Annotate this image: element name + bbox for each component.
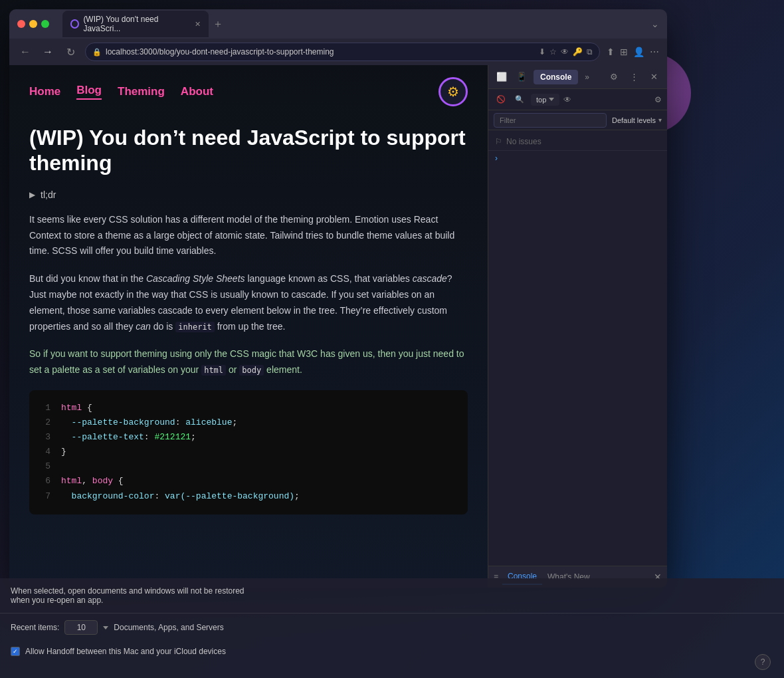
article-content: (WIP) You don’t need JavaScript to suppo… [9,118,488,541]
password-icon[interactable]: 🔑 [573,47,583,56]
devtools-panel: ⬜ 📱 Console » ⚙ ⋮ ✕ 🚫 🔍 top 👁 ⚙ [488,65,667,588]
dt-sub-gear-icon[interactable]: ⚙ [654,95,662,104]
code-line-1: 1 html { [43,401,454,415]
p3-code-html: html [201,365,226,376]
line-number-7: 7 [43,489,50,504]
code-line-4: 4 } [43,445,454,459]
nav-blog[interactable]: Blog [76,84,102,100]
active-tab[interactable]: (WIP) You don't need JavaScri... ✕ [62,11,209,37]
browser-main: Home Blog Theming About ⚙ (WIP) You don’… [9,65,667,588]
recent-items-input[interactable] [64,620,98,635]
p2-italic-cascade: cascade [413,273,447,284]
share-icon[interactable]: ⬆ [607,47,615,57]
gear-icon: ⚙ [447,84,459,100]
dt-console-tab[interactable]: Console [534,70,578,84]
article-paragraph-1: It seems like every CSS solution has a d… [29,212,468,259]
maximize-button[interactable] [41,20,49,28]
dt-eye-icon[interactable]: 👁 [563,95,571,104]
restore-message-2: when you re-open an app. [11,596,103,605]
page-content: Home Blog Theming About ⚙ (WIP) You don’… [9,65,488,588]
no-issues-icon: ⚐ [495,137,502,146]
download-icon[interactable]: ⬇ [539,47,545,56]
browser-addressbar: ← → ↻ 🔒 localhost:3000/blog/you-dont-nee… [9,39,667,65]
tab-label: (WIP) You don't need JavaScri... [83,15,191,33]
dt-settings-button[interactable]: ⚙ [606,69,622,85]
article-title: (WIP) You don’t need JavaScript to suppo… [29,125,468,176]
p2-italic-css: Cascading Style Sheets [146,273,245,284]
tldr-summary[interactable]: ▶ tl;dr [29,189,468,200]
site-nav: Home Blog Theming About ⚙ [9,65,488,118]
recent-items-row: Recent items: Documents, Apps, and Serve… [0,614,784,641]
no-issues-text: No issues [506,137,541,146]
console-input-row[interactable]: › [488,151,667,166]
dt-top-selector[interactable]: top [531,94,559,106]
dt-close-button[interactable]: ✕ [646,69,662,85]
handoff-label: Allow Handoff between this Mac and your … [25,647,226,656]
handoff-checkbox[interactable]: ✓ [11,647,20,656]
p2-after2: do is [151,321,175,332]
dt-clear-button[interactable]: 🚫 [494,92,508,107]
code-line-5: 5 [43,459,454,474]
tldr-arrow: ▶ [29,190,35,199]
devtools-console: ⚐ No issues › [488,130,667,566]
lock-icon: 🔒 [92,48,102,56]
code-text-4: } [61,445,66,459]
dt-more-tabs-chevron[interactable]: » [585,72,589,82]
docs-apps-label: Documents, Apps, and Servers [114,623,223,632]
dt-more-button[interactable]: ⋮ [626,69,642,85]
line-number-1: 1 [43,401,50,415]
help-button[interactable]: ? [755,654,771,670]
new-tab-button[interactable]: ＋ [213,17,223,31]
extension-icon[interactable]: 👁 [561,47,569,56]
back-button[interactable]: ← [17,46,33,58]
nav-theming[interactable]: Theming [118,85,165,98]
dt-inspect-button[interactable]: ⬜ [494,69,510,85]
line-number-2: 2 [43,415,50,430]
p2-code-inherit: inherit [175,322,215,332]
dt-device-button[interactable]: 📱 [514,69,530,85]
address-field[interactable]: 🔒 localhost:3000/blog/you-dont-need-java… [85,43,600,61]
tab-bar: (WIP) You don't need JavaScri... ✕ ＋ [62,11,646,37]
code-line-3: 3 --palette-text: #212121; [43,430,454,445]
dt-top-chevron-icon [549,98,554,101]
nav-about[interactable]: About [181,85,213,98]
recent-items-label: Recent items: [11,623,59,632]
minimize-button[interactable] [29,20,37,28]
menu-icon[interactable]: ⋯ [650,47,659,57]
default-levels-button[interactable]: Default levels ▾ [612,116,662,124]
article-paragraph-2: But did you know that in the Cascading S… [29,271,468,334]
line-number-6: 6 [43,474,50,489]
forward-button[interactable]: → [40,46,56,58]
code-block: 1 html { 2 --palette-background: alicebl… [29,390,468,514]
profile-icon[interactable]: 👤 [633,47,644,57]
line-number-5: 5 [43,459,50,474]
bookmark-icon[interactable]: ☆ [549,47,557,56]
code-text-7: background-color: var(--palette-backgrou… [61,489,300,504]
tab-close-button[interactable]: ✕ [195,20,201,29]
handoff-row: ✓ Allow Handoff between this Mac and you… [0,641,784,661]
console-prompt-icon: › [495,154,498,163]
settings-gear-button[interactable]: ⚙ [439,77,468,106]
nav-home[interactable]: Home [29,85,60,98]
reload-button[interactable]: ↻ [62,46,78,58]
tab-favicon [70,19,79,29]
filter-input[interactable] [494,113,607,128]
recent-items-chevron-icon [103,626,108,629]
code-text-2: --palette-background: aliceblue; [61,415,237,430]
p2-before: But did you know that in the [29,273,146,284]
devtools-filter-bar: Default levels ▾ [488,110,667,130]
code-text-1: html { [61,401,92,415]
system-info-row: When selected, open documents and window… [0,578,784,614]
dt-top-label: top [536,96,546,104]
console-no-issues-row: ⚐ No issues [488,133,667,151]
p3-end: element. [264,364,302,375]
p2-mid: language known as CSS, that variables [245,273,413,284]
line-number-4: 4 [43,445,50,459]
tab-overview-icon[interactable]: ⊞ [620,47,628,57]
url-text: localhost:3000/blog/you-dont-need-javasc… [106,47,535,56]
system-bottom-panel: When selected, open documents and window… [0,578,784,678]
close-button[interactable] [17,20,25,28]
article-paragraph-3: So if you want to support theming using … [29,346,468,378]
nav-links: Home Blog Theming About [29,84,213,100]
puzzle-icon[interactable]: ⧉ [587,47,593,56]
